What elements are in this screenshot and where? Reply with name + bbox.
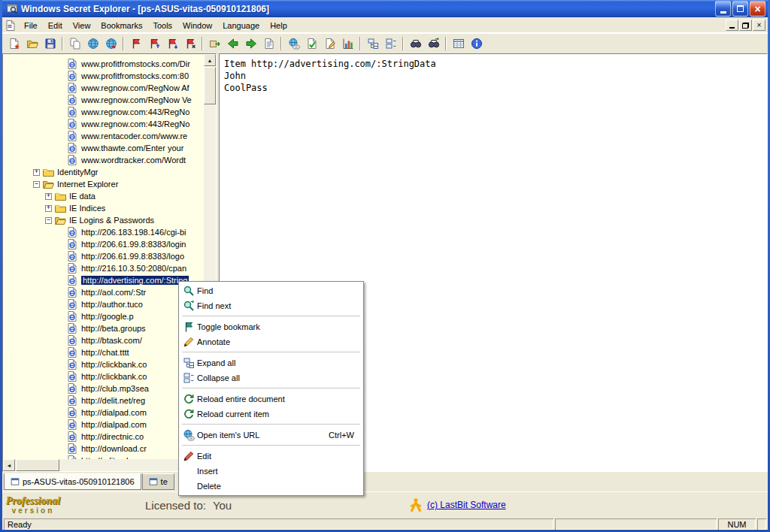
menu-view[interactable]: View	[68, 19, 96, 32]
tree-item[interactable]: http://btask.com/	[3, 334, 204, 346]
app-icon	[6, 3, 18, 15]
tree-item[interactable]: http://chat.tttt	[3, 346, 204, 358]
tree-item[interactable]: www.profitfromstocks.com:80	[3, 70, 204, 82]
copy-button[interactable]	[66, 35, 83, 52]
scroll-left-button[interactable]: ◄	[3, 459, 15, 471]
mdi-minimize-button[interactable]	[726, 20, 738, 31]
context-menu-item[interactable]: Annotate	[180, 334, 362, 349]
mdi-restore-button[interactable]	[739, 20, 752, 31]
menu-window[interactable]: Window	[177, 19, 217, 32]
tree-item[interactable]: http://dialpad.com	[3, 407, 204, 419]
context-menu-item[interactable]: Delete	[180, 479, 362, 494]
tree-item[interactable]: www.thawte.com/Enter your	[3, 142, 204, 154]
context-menu-item[interactable]: Find	[180, 283, 362, 298]
scroll-up-button[interactable]: ▲	[204, 54, 216, 66]
sync-web-button[interactable]	[102, 35, 120, 52]
toggle-bookmark-button[interactable]	[127, 35, 144, 52]
tree-item[interactable]: +IE data	[3, 190, 204, 202]
maximize-button[interactable]	[732, 1, 748, 17]
open-url-button[interactable]	[285, 35, 302, 52]
menu-edit[interactable]: Edit	[43, 19, 68, 32]
expand-all-button[interactable]	[364, 35, 381, 52]
document-tab[interactable]: ps-ASUS-vitas-050910121806	[4, 473, 141, 490]
context-menu-item[interactable]: Toggle bookmark	[180, 319, 362, 334]
web-document-button[interactable]	[84, 35, 102, 52]
back-button[interactable]	[224, 35, 241, 52]
minimize-button[interactable]	[715, 1, 731, 17]
tree-item[interactable]: http://delit.net/reg	[3, 394, 204, 407]
save-button[interactable]	[41, 35, 59, 52]
report-button[interactable]	[339, 35, 356, 52]
context-menu-item[interactable]: Open item's URLCtrl+W	[180, 428, 362, 443]
tree-item[interactable]: −Internet Explorer	[3, 178, 204, 190]
horizontal-scroll-thumb[interactable]	[16, 459, 59, 471]
tree-item[interactable]: www.regnow.com:443/RegNo	[3, 118, 204, 130]
collapse-all-button[interactable]	[382, 35, 399, 52]
tree-horizontal-scrollbar[interactable]: ◄ ►	[3, 459, 204, 471]
next-bookmark-button[interactable]	[163, 35, 180, 52]
menu-file[interactable]: File	[19, 19, 43, 32]
titlebar[interactable]: Windows Secret Explorer - [ps-ASUS-vitas…	[2, 0, 768, 17]
open-file-button[interactable]	[23, 35, 41, 52]
export-button[interactable]	[206, 35, 223, 52]
menu-tools[interactable]: Tools	[147, 19, 177, 32]
new-document-button[interactable]	[5, 35, 23, 52]
context-menu-item[interactable]: Expand all	[180, 355, 362, 370]
tree-item[interactable]: http://aol.com/:Str	[3, 286, 204, 298]
tree-toggle[interactable]: +	[33, 169, 40, 176]
lastbit-logo-icon	[408, 496, 423, 514]
tree-toggle[interactable]: −	[33, 181, 40, 188]
tree-item[interactable]: http://clickbank.co	[3, 358, 204, 370]
edit-item-button[interactable]	[321, 35, 338, 52]
lastbit-link[interactable]: (c) LastBit Software	[427, 500, 506, 510]
tree-item[interactable]: www.wordtracker.com/Wordt	[3, 154, 204, 166]
mdi-close-button[interactable]: ×	[753, 20, 765, 31]
context-menu-item[interactable]: Collapse all	[180, 370, 362, 385]
annotate-button[interactable]	[260, 35, 277, 52]
tree-item[interactable]: http://216.10.3.50:2080/cpan	[3, 262, 204, 274]
context-menu-item[interactable]: Insert	[180, 464, 362, 479]
tree-item[interactable]: +IE Indices	[3, 202, 204, 214]
forward-button[interactable]	[242, 35, 259, 52]
context-menu-item[interactable]: Reload current item	[180, 407, 362, 422]
tree-item[interactable]: http://dialpad.com	[3, 419, 204, 431]
tree-toggle[interactable]: +	[45, 193, 52, 200]
menu-bookmarks[interactable]: Bookmarks	[95, 19, 147, 32]
tree-item[interactable]: www.rentacoder.com/www.re	[3, 130, 204, 142]
menu-language[interactable]: Language	[217, 19, 265, 32]
tree-item[interactable]: www.regnow.com/RegNow Ve	[3, 94, 204, 106]
grid-view-button[interactable]	[450, 35, 467, 52]
tree-item[interactable]: www.regnow.com:443/RegNo	[3, 106, 204, 118]
tree-item[interactable]: http://download.cr	[3, 443, 204, 455]
tree-item[interactable]: http://author.tuco	[3, 298, 204, 310]
clear-bookmarks-button[interactable]	[181, 35, 199, 52]
tree-item[interactable]: http://206.61.99.8:8383/login	[3, 238, 204, 250]
tree-item[interactable]: http://advertising.com/:String	[3, 274, 204, 286]
tree-toggle[interactable]: −	[45, 217, 52, 224]
tree-item[interactable]: http://clickbank.co	[3, 370, 204, 382]
tree-item[interactable]: http://google.p	[3, 310, 204, 322]
context-menu-item[interactable]: Reload entire document	[180, 391, 362, 407]
tree-item[interactable]: −IE Logins & Passwords	[3, 214, 204, 226]
context-menu-item[interactable]: Find next	[180, 298, 362, 313]
vertical-scroll-thumb[interactable]	[204, 67, 216, 104]
tree-item[interactable]: http://directnic.co	[3, 431, 204, 443]
menu-help[interactable]: Help	[265, 19, 293, 32]
document-system-icon[interactable]	[5, 20, 17, 32]
previous-bookmark-button[interactable]	[145, 35, 162, 52]
tree-item[interactable]: http://club.mp3sea	[3, 382, 204, 394]
about-button[interactable]	[468, 35, 485, 52]
tree-item[interactable]: http://206.61.99.8:8383/logo	[3, 250, 204, 262]
context-menu-item[interactable]: Edit	[180, 449, 362, 464]
tree-item[interactable]: http://beta.groups	[3, 322, 204, 334]
document-tab[interactable]: te	[142, 473, 174, 490]
tree-item[interactable]: +IdentityMgr	[3, 166, 204, 178]
tree-item[interactable]: http://206.183.198.146/cgi-bi	[3, 226, 204, 238]
tree-item[interactable]: www.profitfromstocks.com/Dir	[3, 58, 204, 70]
find-button[interactable]	[407, 35, 424, 52]
validate-button[interactable]	[303, 35, 320, 52]
tree-toggle[interactable]: +	[45, 205, 52, 212]
find-next-button[interactable]	[425, 35, 442, 52]
close-button[interactable]: ×	[750, 1, 765, 17]
tree-item[interactable]: www.regnow.com/RegNow Af	[3, 82, 204, 94]
